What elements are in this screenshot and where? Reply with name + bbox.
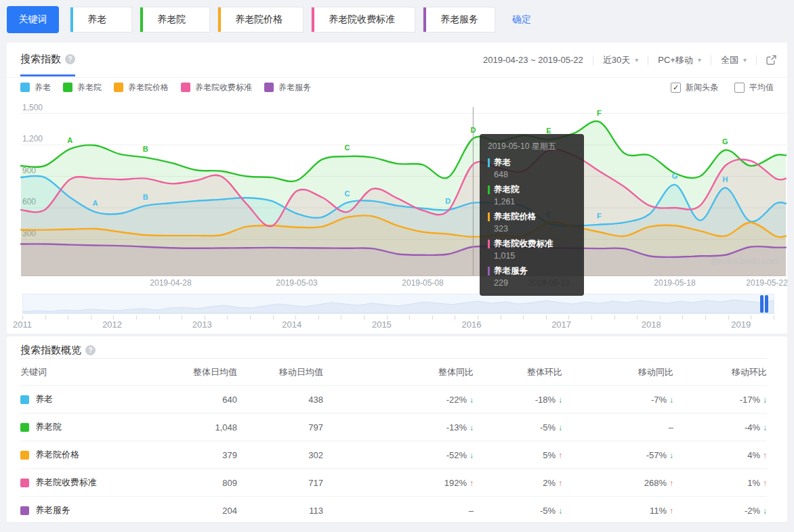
headline-marker-B[interactable]: B	[143, 193, 148, 201]
column-header: 整体同比	[323, 366, 474, 378]
legend-item-1[interactable]: 养老	[20, 82, 51, 93]
row-keyword: 养老	[20, 393, 169, 405]
timeline-year-label: 2016	[462, 319, 482, 330]
keyword-input-4[interactable]: 养老院收费标准	[311, 7, 415, 32]
divider	[756, 56, 757, 65]
tooltip-color-bar	[488, 267, 490, 275]
tooltip-series-value: 229	[494, 278, 576, 288]
help-icon[interactable]: ?	[85, 345, 96, 355]
table-row[interactable]: 养老院1,048797-13%↓-5%↓–-4%↓	[20, 413, 767, 441]
svg-text:1,500: 1,500	[22, 103, 43, 112]
overall-daily-avg: 809	[169, 478, 237, 488]
timeline-sparkline	[23, 294, 774, 313]
headline-marker-B[interactable]: B	[143, 145, 148, 153]
pct-change: -18%↓	[474, 395, 562, 405]
legend-item-2[interactable]: 养老院	[63, 82, 102, 93]
headline-marker-F[interactable]: F	[597, 212, 602, 220]
headline-marker-D[interactable]: D	[470, 126, 476, 134]
watermark: @index.baidu.com	[710, 257, 778, 266]
divider	[711, 56, 711, 65]
tooltip-color-bar	[488, 158, 490, 167]
pct-change: 268%↑	[562, 478, 673, 488]
chart-options: ✓新闻头条平均值	[654, 82, 774, 93]
tooltip-series-value: 1,015	[494, 251, 576, 261]
table-row[interactable]: 养老院价格379302-52%↓5%↑-57%↓4%↑	[20, 441, 767, 468]
help-icon[interactable]: ?	[65, 54, 75, 64]
legend-item-5[interactable]: 养老服务	[264, 82, 311, 93]
headline-marker-G[interactable]: G	[672, 172, 678, 180]
x-tick-label: 2019-04-28	[150, 278, 191, 288]
legend: 养老养老院养老院价格养老院收费标准养老服务	[20, 82, 323, 93]
search-index-panel: 搜索指数 ? 2019-04-23 ~ 2019-05-22 近30天▾ PC+…	[7, 43, 787, 334]
pct-change: -13%↓	[323, 422, 474, 433]
legend-row: 养老养老院养老院价格养老院收费标准养老服务 ✓新闻头条平均值	[20, 81, 774, 93]
headline-marker-G[interactable]: G	[722, 137, 728, 146]
timeline-handle-left[interactable]	[760, 295, 764, 313]
column-header: 整体日均值	[169, 366, 237, 378]
mobile-daily-avg: 113	[237, 506, 323, 516]
table-row[interactable]: 养老院收费标准809717192%↑2%↑268%↑1%↑	[20, 468, 767, 496]
keyword-input-2[interactable]: 养老院	[140, 7, 210, 32]
mobile-daily-avg: 797	[237, 422, 323, 433]
column-header: 关键词	[20, 366, 169, 378]
mobile-daily-avg: 302	[237, 450, 323, 460]
checkbox-average[interactable]: 平均值	[734, 82, 774, 93]
headline-marker-H[interactable]: H	[722, 175, 728, 183]
pct-change: -22%↓	[323, 395, 474, 405]
keyword-input-1[interactable]: 养老	[70, 7, 132, 32]
tab-search-index[interactable]: 搜索指数 ?	[20, 53, 75, 76]
date-range[interactable]: 2019-04-23 ~ 2019-05-22	[483, 55, 583, 65]
table-row[interactable]: 养老服务204113–-5%↓11%↑-2%↓	[20, 496, 767, 524]
up-arrow-icon: ↑	[763, 451, 767, 460]
pct-change: 1%↑	[673, 478, 767, 488]
tooltip-series-name: 养老院	[488, 184, 576, 196]
timeline-year-label: 2011	[13, 319, 32, 330]
column-header: 整体环比	[474, 366, 562, 378]
headline-marker-C[interactable]: C	[344, 190, 350, 198]
x-tick-label: 2019-05-03	[276, 278, 317, 288]
headline-marker-A[interactable]: A	[67, 136, 72, 144]
device-select[interactable]: PC+移动▾	[658, 54, 701, 66]
keyword-color-bar	[70, 7, 73, 32]
chart-controls: 2019-04-23 ~ 2019-05-22 近30天▾ PC+移动▾ 全国▾	[483, 43, 776, 77]
timeline-year-label: 2019	[731, 319, 751, 330]
headline-marker-F[interactable]: F	[597, 109, 602, 117]
timeline-handle-right[interactable]	[765, 295, 768, 313]
legend-item-3[interactable]: 养老院价格	[114, 82, 169, 93]
timeline-brush[interactable]	[22, 294, 774, 314]
tooltip-series-value: 323	[494, 224, 576, 234]
range-select[interactable]: 近30天▾	[603, 54, 639, 66]
x-tick-label: 2019-05-18	[654, 278, 695, 288]
divider	[593, 56, 593, 65]
confirm-link[interactable]: 确定	[512, 14, 531, 26]
pct-change: 5%↑	[474, 450, 562, 460]
headline-marker-A[interactable]: A	[92, 199, 98, 207]
legend-swatch	[264, 83, 274, 92]
trend-chart[interactable]: 3006009001,2001,500ABCDEFGHABCDEFG@index…	[7, 102, 787, 276]
keyword-input-5[interactable]: 养老服务	[423, 7, 495, 32]
region-select[interactable]: 全国▾	[721, 54, 747, 66]
up-arrow-icon: ↑	[763, 479, 767, 488]
legend-item-4[interactable]: 养老院收费标准	[181, 82, 252, 93]
legend-swatch	[63, 83, 72, 92]
keyword-swatch	[20, 506, 29, 515]
headline-marker-C[interactable]: C	[344, 143, 350, 152]
external-link-icon[interactable]	[766, 55, 776, 65]
table-row[interactable]: 养老640438-22%↓-18%↓-7%↓-17%↓	[20, 385, 767, 413]
table-header: 关键词整体日均值移动日均值整体同比整体环比移动同比移动环比	[20, 358, 767, 386]
down-arrow-icon: ↓	[763, 506, 767, 516]
keyword-swatch	[20, 395, 29, 404]
headline-marker-D[interactable]: D	[445, 197, 451, 205]
chevron-down-icon: ▾	[743, 56, 747, 64]
tab-label: 搜索指数	[20, 53, 61, 66]
keyword-input-3[interactable]: 养老院价格	[217, 7, 304, 32]
checkbox-news-headlines[interactable]: ✓新闻头条	[671, 82, 718, 93]
pct-change: -4%↓	[673, 422, 767, 433]
timeline-year-label: 2014	[282, 319, 301, 330]
pct-change: 4%↑	[673, 450, 767, 460]
mobile-daily-avg: 438	[237, 395, 323, 405]
column-header: 移动环比	[673, 366, 767, 378]
keyword-button[interactable]: 关键词	[7, 6, 59, 33]
pct-change: -17%↓	[673, 395, 767, 405]
checkbox-icon	[734, 83, 745, 93]
